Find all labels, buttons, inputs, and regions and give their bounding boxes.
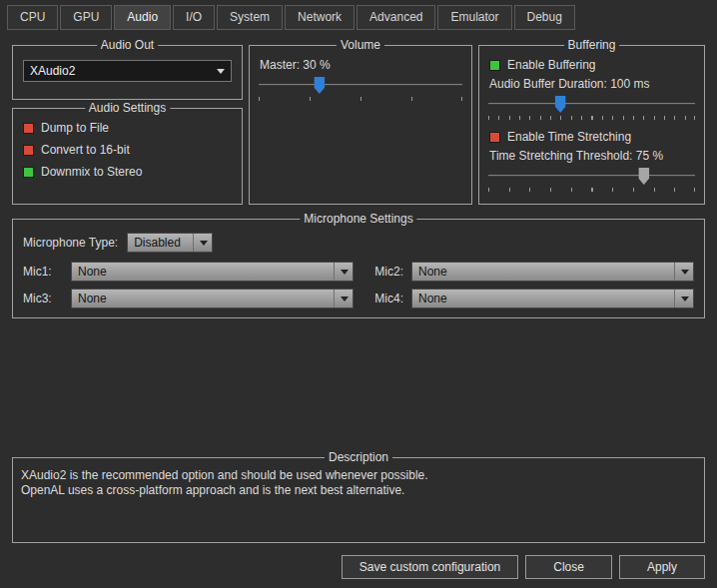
- enable-buffering-checkbox[interactable]: [489, 60, 500, 71]
- enable-buffering-label: Enable Buffering: [507, 58, 596, 72]
- buffering-group-title: Buffering: [564, 38, 620, 52]
- audio-out-combo[interactable]: XAudio2: [23, 60, 232, 82]
- audio-settings-group-title: Audio Settings: [85, 101, 170, 115]
- tab-emulator[interactable]: Emulator: [437, 5, 511, 30]
- mic1-value: None: [78, 265, 107, 279]
- dump-to-file-checkbox[interactable]: [23, 123, 34, 134]
- tab-cpu[interactable]: CPU: [7, 5, 58, 30]
- time-stretching-threshold-slider[interactable]: [487, 167, 696, 193]
- mic4-combo[interactable]: None: [411, 289, 694, 308]
- tab-advanced[interactable]: Advanced: [357, 5, 435, 30]
- audio-buffer-duration-slider-ticks: [488, 116, 695, 120]
- microphone-type-label: Microphone Type:: [23, 236, 118, 250]
- audio-out-combo-arrow[interactable]: [210, 61, 225, 81]
- mic1-combo-arrow[interactable]: [334, 263, 349, 281]
- tab-debug[interactable]: Debug: [514, 5, 575, 30]
- audio-out-group: Audio Out XAudio2: [12, 45, 243, 100]
- time-stretching-threshold-slider-handle[interactable]: [638, 168, 649, 185]
- chevron-down-icon: [681, 270, 689, 275]
- master-volume-slider[interactable]: [258, 76, 463, 102]
- volume-group: Volume Master: 30 %: [249, 45, 472, 205]
- mic2-label: Mic2:: [361, 265, 403, 279]
- description-line-1: XAudio2 is the recommended option and sh…: [21, 468, 696, 483]
- downmix-stereo-option[interactable]: Downmix to Stereo: [23, 165, 232, 179]
- audio-buffer-duration-slider[interactable]: [487, 95, 696, 121]
- microphone-type-value: Disabled: [134, 236, 181, 250]
- time-stretching-threshold-slider-ticks: [488, 188, 695, 192]
- description-group: Description XAudio2 is the recommended o…: [12, 457, 705, 543]
- tab-network[interactable]: Network: [285, 5, 355, 30]
- settings-tab-bar: CPU GPU Audio I/O System Network Advance…: [0, 0, 717, 30]
- mic2-value: None: [418, 265, 447, 279]
- mic3-combo[interactable]: None: [71, 289, 354, 308]
- tab-system[interactable]: System: [217, 5, 283, 30]
- description-group-title: Description: [325, 450, 392, 464]
- convert-16bit-checkbox[interactable]: [23, 145, 34, 156]
- time-stretching-threshold-label: Time Stretching Threshold: 75 %: [489, 149, 694, 163]
- mic1-combo[interactable]: None: [71, 262, 354, 282]
- audio-out-selected-value: XAudio2: [30, 64, 75, 78]
- chevron-down-icon: [681, 296, 689, 301]
- chevron-down-icon: [200, 241, 208, 246]
- chevron-down-icon: [341, 270, 349, 275]
- convert-16bit-option[interactable]: Convert to 16-bit: [23, 143, 232, 157]
- apply-button[interactable]: Apply: [619, 555, 705, 579]
- enable-buffering-option[interactable]: Enable Buffering: [489, 58, 694, 72]
- microphone-type-combo[interactable]: Disabled: [127, 233, 213, 253]
- audio-buffer-duration-slider-groove[interactable]: [488, 103, 695, 105]
- time-stretching-threshold-slider-groove[interactable]: [488, 175, 695, 177]
- master-volume-slider-handle[interactable]: [314, 77, 325, 94]
- chevron-down-icon: [217, 69, 225, 74]
- master-volume-label: Master: 30 %: [260, 58, 461, 72]
- microphone-type-combo-arrow[interactable]: [193, 234, 208, 252]
- downmix-stereo-label: Downmix to Stereo: [41, 165, 142, 179]
- chevron-down-icon: [341, 296, 349, 301]
- volume-group-title: Volume: [337, 38, 384, 52]
- mic3-label: Mic3:: [23, 292, 63, 305]
- mic3-value: None: [78, 292, 107, 305]
- master-volume-slider-groove[interactable]: [259, 84, 462, 86]
- dump-to-file-option[interactable]: Dump to File: [23, 121, 232, 135]
- description-line-2: OpenAL uses a cross-platform approach an…: [21, 483, 696, 498]
- mic4-label: Mic4:: [361, 292, 403, 305]
- enable-time-stretching-label: Enable Time Stretching: [507, 130, 631, 144]
- enable-time-stretching-option[interactable]: Enable Time Stretching: [489, 130, 694, 144]
- mic2-combo[interactable]: None: [411, 262, 694, 282]
- dump-to-file-label: Dump to File: [41, 121, 109, 135]
- mic4-combo-arrow[interactable]: [674, 290, 689, 307]
- mic3-combo-arrow[interactable]: [334, 290, 349, 307]
- mic1-label: Mic1:: [23, 265, 63, 279]
- mic4-value: None: [418, 292, 447, 305]
- microphone-settings-group-title: Microphone Settings: [300, 212, 416, 226]
- tab-gpu[interactable]: GPU: [60, 5, 112, 30]
- tab-io[interactable]: I/O: [173, 5, 215, 30]
- close-button[interactable]: Close: [525, 555, 612, 579]
- mic2-combo-arrow[interactable]: [674, 263, 689, 281]
- microphone-settings-group: Microphone Settings Microphone Type: Dis…: [12, 219, 705, 318]
- buffering-group: Buffering Enable Buffering Audio Buffer …: [478, 45, 705, 205]
- master-volume-slider-ticks: [259, 97, 462, 101]
- audio-buffer-duration-slider-handle[interactable]: [555, 96, 566, 113]
- audio-buffer-duration-label: Audio Buffer Duration: 100 ms: [489, 77, 694, 91]
- save-custom-configuration-button[interactable]: Save custom configuration: [342, 555, 518, 579]
- audio-settings-group: Audio Settings Dump to File Convert to 1…: [12, 108, 243, 205]
- dialog-button-row: Save custom configuration Close Apply: [12, 555, 705, 579]
- tab-audio[interactable]: Audio: [114, 5, 171, 30]
- enable-time-stretching-checkbox[interactable]: [489, 132, 500, 143]
- downmix-stereo-checkbox[interactable]: [23, 167, 34, 178]
- convert-16bit-label: Convert to 16-bit: [41, 143, 130, 157]
- audio-out-group-title: Audio Out: [97, 38, 158, 52]
